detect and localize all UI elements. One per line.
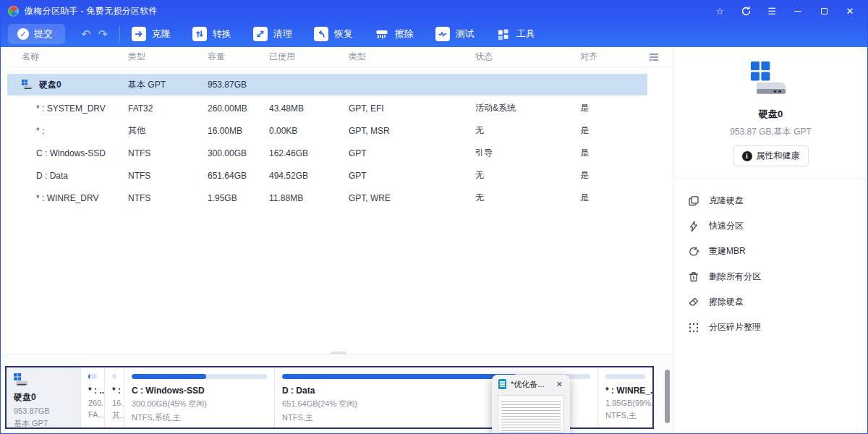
window-title: 傲梅分区助手 - 免费无损分区软件 <box>25 5 158 17</box>
hard-disk-icon <box>14 373 80 387</box>
defrag-icon <box>688 322 699 333</box>
action-clone-disk[interactable]: 克隆硬盘 <box>688 188 868 213</box>
disk-name: 硬盘0 <box>39 79 61 91</box>
clean-icon <box>253 27 268 41</box>
action-quick-partition[interactable]: 快速分区 <box>688 213 868 239</box>
partition-segment[interactable]: * : ... 260... FA... <box>81 367 105 427</box>
info-icon: i <box>742 151 752 161</box>
test-icon <box>435 27 450 41</box>
minimize-button[interactable] <box>788 3 808 19</box>
col-name[interactable]: 名称 <box>22 51 128 63</box>
refresh-icon[interactable] <box>736 3 756 19</box>
wipe-disk-icon <box>688 297 699 308</box>
recover-icon <box>314 27 328 41</box>
table-row[interactable]: * : SYSTEM_DRVFAT32 260.00MB43.48MB GPT,… <box>1 97 673 119</box>
table-row[interactable]: C : Windows-SSDNTFS 300.00GB162.46GB GPT… <box>1 142 673 164</box>
convert-icon <box>192 27 207 41</box>
partition-segment[interactable]: * : WINRE_... 1.95GB(99%... NTFS,主 <box>598 367 652 427</box>
col-status[interactable]: 状态 <box>475 51 580 63</box>
table-row[interactable]: D : DataNTFS 651.64GB494.52GB GPT无 是 <box>1 164 673 187</box>
right-sidebar: 硬盘0 953.87 GB,基本 GPT i 属性和健康 克隆硬盘 <box>673 47 868 434</box>
clone-disk-icon <box>688 195 699 207</box>
document-thumbnail[interactable] <box>498 395 564 433</box>
app-logo-icon <box>8 6 19 17</box>
col-used[interactable]: 已使用 <box>269 51 349 63</box>
toolbar-button-recover[interactable]: 恢复 <box>314 27 353 41</box>
table-header: 名称 类型 容量 已使用 类型 状态 对齐 <box>1 47 673 67</box>
check-icon: ✓ <box>17 28 29 40</box>
hard-disk-icon <box>22 80 34 90</box>
toolbar-label: 恢复 <box>334 27 353 41</box>
popup-title: *优化备... <box>511 379 550 390</box>
close-button[interactable]: ✕ <box>840 3 860 19</box>
rebuild-mbr-icon <box>688 246 699 258</box>
title-bar: 傲梅分区助手 - 免费无损分区软件 ☆ ☰ ✕ <box>1 1 867 21</box>
col-fs[interactable]: 类型 <box>128 51 208 63</box>
partition-table: 名称 类型 容量 已使用 类型 状态 对齐 <box>1 47 673 354</box>
toolbar-button-tools[interactable]: 工具 <box>496 27 535 41</box>
clone-icon <box>132 27 146 41</box>
disk0-strip-header[interactable]: 硬盘0 953.87GB 基本 GPT <box>7 367 81 427</box>
window-controls: ☆ ☰ ✕ <box>710 3 860 19</box>
notepad-thumbnail-popup[interactable]: *优化备... ✕ <box>492 375 570 434</box>
toolbar-separator <box>119 26 120 42</box>
sidebar-disk-name: 硬盘0 <box>673 108 868 121</box>
toolbar-label: 转换 <box>213 27 231 41</box>
action-wipe-disk[interactable]: 擦除硬盘 <box>688 289 868 315</box>
hard-disk-large-icon <box>751 86 791 98</box>
submit-button[interactable]: ✓ 提交 <box>8 24 65 44</box>
strip-disk-type: 基本 GPT <box>14 418 80 429</box>
favorite-icon[interactable]: ☆ <box>710 3 730 19</box>
partition-segment[interactable]: C : Windows-SSD 300.00GB(45% 空闲) NTFS,系统… <box>124 367 275 427</box>
tools-icon <box>496 27 511 41</box>
toolbar-button-test[interactable]: 测试 <box>435 27 475 41</box>
partition-segment[interactable]: * : 16... 其... <box>105 367 124 427</box>
table-row[interactable]: * : WINRE_DRVNTFS 1.95GB11.88MB GPT, WRE… <box>1 187 673 209</box>
action-defrag[interactable]: 分区碎片整理 <box>688 315 868 340</box>
strip-disk-name: 硬盘0 <box>14 391 80 404</box>
toolbar-label: 擦除 <box>395 27 414 41</box>
action-rebuild-mbr[interactable]: 重建MBR <box>688 239 868 264</box>
notepad-icon <box>498 379 506 389</box>
col-aligned[interactable]: 对齐 <box>580 51 652 63</box>
disk-overview-panel: 硬盘0 953.87GB 基本 GPT * : ... 260... FA...… <box>1 354 673 434</box>
properties-label: 属性和健康 <box>757 150 800 162</box>
toolbar-label: 测试 <box>456 27 475 41</box>
action-delete-all-partitions[interactable]: 删除所有分区 <box>688 264 868 289</box>
erase-icon <box>375 27 389 41</box>
disk-type: 基本 GPT <box>128 79 208 91</box>
toolbar-label: 工具 <box>516 27 535 41</box>
properties-health-button[interactable]: i 属性和健康 <box>733 145 809 166</box>
popup-close-icon[interactable]: ✕ <box>554 378 565 391</box>
col-capacity[interactable]: 容量 <box>208 51 269 63</box>
maximize-button[interactable] <box>814 3 834 19</box>
delete-partitions-icon <box>688 271 699 283</box>
strip-disk-size: 953.87GB <box>14 407 80 415</box>
toolbar-button-clean[interactable]: 清理 <box>253 27 292 41</box>
submit-label: 提交 <box>34 27 53 41</box>
redo-icon[interactable]: ↷ <box>98 27 107 41</box>
toolbar-label: 克隆 <box>152 27 171 41</box>
sidebar-disk-spec: 953.87 GB,基本 GPT <box>673 126 868 138</box>
menu-icon[interactable]: ☰ <box>762 3 782 19</box>
header-bar: 傲梅分区助手 - 免费无损分区软件 ☆ ☰ ✕ ✓ 提交 ↶ <box>1 1 867 47</box>
toolbar: ✓ 提交 ↶ ↷ 克隆 转换 <box>1 21 867 47</box>
disk-capacity: 953.87GB <box>208 80 269 90</box>
quick-partition-icon <box>688 221 699 232</box>
table-row-disk0[interactable]: 硬盘0 基本 GPT 953.87GB <box>7 74 647 95</box>
scrollbar-thumb[interactable] <box>665 370 670 423</box>
toolbar-button-clone[interactable]: 克隆 <box>132 27 171 41</box>
column-settings-icon[interactable] <box>648 51 660 65</box>
table-row[interactable]: * :其他 16.00MB0.00KB GPT, MSR无 是 <box>1 119 673 142</box>
undo-icon[interactable]: ↶ <box>81 27 90 41</box>
toolbar-button-erase[interactable]: 擦除 <box>375 27 414 41</box>
toolbar-label: 清理 <box>273 27 292 41</box>
toolbar-button-convert[interactable]: 转换 <box>192 27 231 41</box>
app-window: 傲梅分区助手 - 免费无损分区软件 ☆ ☰ ✕ ✓ 提交 ↶ <box>0 0 868 434</box>
col-type[interactable]: 类型 <box>349 51 475 63</box>
